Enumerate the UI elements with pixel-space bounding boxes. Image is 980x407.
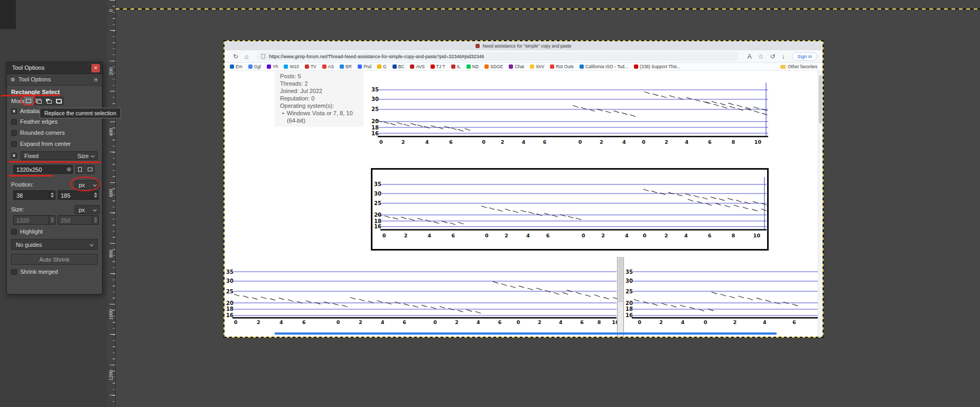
bookmark-item[interactable]: (338) Support This... [634, 64, 680, 69]
url-text: https://www.gimp-forum.net/Thread-Need-a… [269, 54, 484, 59]
landscape-button[interactable] [86, 165, 95, 174]
panel-titlebar[interactable]: Tool Options × [7, 62, 102, 74]
svg-text:0: 0 [379, 139, 383, 145]
bookmark-favicon [377, 64, 381, 69]
user-info-line: Posts: 5 [280, 72, 358, 80]
bookmark-item[interactable]: XnV [530, 64, 544, 69]
checkbox-label: Highlight [20, 228, 43, 235]
bookmark-item[interactable]: AVS [410, 64, 424, 69]
canvas-image[interactable]: Need assistance for "simple" copy and pa… [225, 41, 823, 337]
bookmark-item[interactable]: Yh [267, 64, 278, 69]
tab-menu-icon[interactable]: ◂ [92, 76, 99, 84]
browser-scrollbar[interactable] [818, 71, 823, 337]
svg-text:35: 35 [626, 269, 633, 275]
guides-dropdown[interactable]: No guides [11, 239, 98, 250]
checkbox-icon[interactable] [11, 269, 17, 275]
checkbox-icon[interactable] [11, 141, 17, 147]
home-icon[interactable]: ⌂ [245, 53, 248, 60]
fixed-size-dropdown[interactable]: Fixed Size [21, 151, 98, 160]
tool-options-tab[interactable]: ⚙ Tool Options ◂ [7, 74, 102, 86]
svg-text:8: 8 [598, 319, 601, 325]
close-icon[interactable]: × [91, 64, 100, 72]
position-unit-dropdown[interactable]: px [74, 180, 100, 189]
bookmark-item[interactable]: TJ T [431, 64, 445, 69]
checkbox-icon[interactable] [11, 130, 17, 136]
checkbox-label: Feather edges [20, 118, 58, 125]
size-w-spinner[interactable]: 1320 [13, 215, 55, 225]
bookmark-favicon [410, 64, 414, 69]
bookmark-item[interactable]: Chat [509, 64, 524, 69]
mode-subtract-button[interactable] [44, 97, 53, 105]
bookmark-item[interactable]: Pnd [358, 64, 371, 69]
gimp-window: 020040060080010001200 Need assistance fo… [0, 0, 980, 407]
other-favorites-button[interactable]: Other favorites [780, 64, 817, 69]
svg-text:6: 6 [580, 319, 584, 325]
browser-scrollbar-thumb[interactable] [819, 75, 822, 124]
bookmark-item[interactable]: AS [322, 64, 334, 69]
bookmark-item[interactable]: ND [466, 64, 479, 69]
history-icon[interactable]: ↺ [770, 53, 775, 60]
svg-text:4: 4 [685, 139, 688, 145]
bookmark-favicon [267, 64, 271, 69]
bookmark-item[interactable]: G [377, 64, 387, 69]
svg-text:4: 4 [684, 233, 688, 238]
bookmark-item[interactable]: Em [230, 64, 242, 69]
bookmark-item[interactable]: IL [451, 64, 461, 69]
size-unit-dropdown[interactable]: px [74, 205, 100, 214]
portrait-button[interactable] [76, 165, 85, 174]
position-spinners: 38 185 [7, 190, 102, 200]
svg-text:30: 30 [374, 191, 381, 197]
spinner-arrows[interactable] [92, 216, 98, 224]
svg-text:0: 0 [517, 319, 520, 325]
ruler-vertical[interactable]: 020040060080010001200 [107, 0, 116, 407]
bookmark-label: IL [457, 64, 461, 69]
bookmark-item[interactable]: Rot Outs [550, 64, 574, 69]
position-x-spinner[interactable]: 38 [13, 190, 55, 200]
bookmark-item[interactable]: BC [393, 64, 405, 69]
size-h-spinner[interactable]: 250 [58, 215, 99, 225]
downloads-icon[interactable]: ↓ [781, 53, 785, 60]
embedded-scrollbar[interactable] [617, 257, 624, 337]
svg-text:0: 0 [337, 319, 340, 325]
read-aloud-icon[interactable]: A [748, 53, 752, 60]
spinner-arrows[interactable] [49, 216, 55, 224]
fixed-checkbox[interactable] [11, 153, 17, 159]
replace-mode-icon [26, 99, 31, 103]
fixed-size-input[interactable]: 1320x250 ⊗ [13, 165, 73, 174]
position-y-spinner[interactable]: 185 [58, 190, 99, 200]
svg-text:0: 0 [482, 139, 486, 145]
page-icon [262, 54, 265, 59]
bookmark-item[interactable]: BR [340, 64, 352, 69]
bookmark-item[interactable]: California ISO - Tod... [580, 64, 628, 69]
svg-text:6: 6 [546, 233, 550, 238]
scrollbar-thumb[interactable] [618, 257, 623, 302]
svg-text:35: 35 [371, 87, 379, 92]
bookmark-item[interactable]: Ggl [248, 64, 261, 69]
mode-replace-button[interactable] [24, 97, 33, 105]
mode-intersect-button[interactable] [54, 97, 63, 105]
mode-add-button[interactable] [34, 97, 43, 105]
checkbox-icon[interactable] [11, 229, 17, 235]
landscape-icon [88, 168, 92, 171]
bookmark-favicon [580, 64, 584, 69]
spinner-arrows[interactable] [49, 191, 55, 199]
bookmark-item[interactable]: W10 [284, 64, 298, 69]
bookmark-favicon [340, 64, 344, 69]
fixed-label: Fixed [24, 153, 39, 159]
checkbox-icon[interactable] [11, 108, 17, 114]
bookmark-label: SDGE [490, 64, 503, 69]
favorites-icon[interactable]: ☆ [758, 53, 764, 60]
spinner-arrows[interactable] [92, 191, 98, 199]
position-label: Position: [11, 181, 33, 188]
bookmark-item[interactable]: TV [305, 64, 316, 69]
address-bar[interactable]: https://www.gimp-forum.net/Thread-Need-a… [257, 52, 739, 61]
clear-icon[interactable]: ⊗ [67, 166, 71, 173]
checkbox-icon[interactable] [11, 119, 17, 125]
auto-shrink-button[interactable]: Auto Shrink [11, 254, 98, 265]
bookmark-favicon [509, 64, 513, 69]
sign-in-button[interactable]: Sign in [792, 52, 817, 61]
bookmark-item[interactable]: SDGE [484, 64, 503, 69]
reload-icon[interactable]: ↻ [233, 53, 238, 60]
tab-title: Need assistance for "simple" copy and pa… [482, 43, 571, 49]
svg-text:4: 4 [381, 319, 385, 325]
